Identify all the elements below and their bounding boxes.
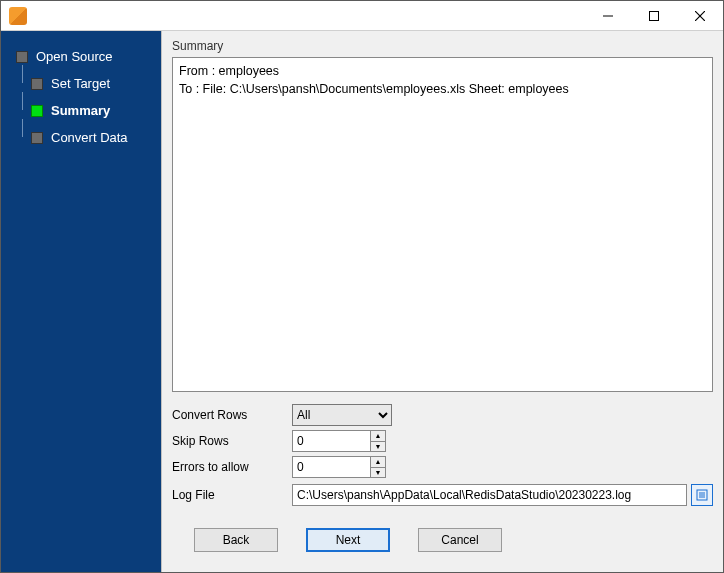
skip-rows-label: Skip Rows — [172, 434, 292, 448]
summary-line: From : employees — [179, 64, 279, 78]
browse-log-button[interactable] — [691, 484, 713, 506]
row-convert-rows: Convert Rows All — [172, 402, 713, 428]
step-label: Open Source — [36, 49, 113, 64]
step-label: Summary — [51, 103, 110, 118]
app-icon — [9, 7, 27, 25]
step-set-target[interactable]: Set Target — [1, 70, 161, 97]
summary-line: To : File: C:\Users\pansh\Documents\empl… — [179, 82, 569, 96]
row-log-file: Log File — [172, 480, 713, 510]
cancel-button[interactable]: Cancel — [418, 528, 502, 552]
close-button[interactable] — [677, 1, 723, 31]
row-errors-to-allow: Errors to allow ▲ ▼ — [172, 454, 713, 480]
back-button[interactable]: Back — [194, 528, 278, 552]
step-label: Set Target — [51, 76, 110, 91]
step-box-icon — [16, 51, 28, 63]
section-title: Summary — [162, 31, 723, 57]
errors-to-allow-input[interactable] — [292, 456, 370, 478]
step-open-source[interactable]: Open Source — [1, 43, 161, 70]
step-box-icon — [31, 132, 43, 144]
spin-up-icon[interactable]: ▲ — [371, 431, 385, 442]
summary-textbox[interactable]: From : employees To : File: C:\Users\pan… — [172, 57, 713, 392]
log-file-label: Log File — [172, 488, 292, 502]
step-label: Convert Data — [51, 130, 128, 145]
step-convert-data[interactable]: Convert Data — [1, 124, 161, 151]
cancel-button-label: Cancel — [441, 533, 478, 547]
step-box-icon — [31, 78, 43, 90]
spin-down-icon[interactable]: ▼ — [371, 468, 385, 478]
step-summary[interactable]: Summary — [1, 97, 161, 124]
skip-rows-input[interactable] — [292, 430, 370, 452]
maximize-button[interactable] — [631, 1, 677, 31]
row-skip-rows: Skip Rows ▲ ▼ — [172, 428, 713, 454]
back-button-label: Back — [223, 533, 250, 547]
wizard-buttons: Back Next Cancel — [162, 510, 723, 566]
errors-to-allow-label: Errors to allow — [172, 460, 292, 474]
svg-rect-1 — [650, 11, 659, 20]
titlebar — [1, 1, 723, 31]
browse-icon — [696, 489, 708, 501]
spin-up-icon[interactable]: ▲ — [371, 457, 385, 468]
wizard-steps: Open Source Set Target Summary Convert D… — [1, 31, 161, 572]
log-file-input[interactable] — [292, 484, 687, 506]
convert-rows-select[interactable]: All — [292, 404, 392, 426]
content-panel: Summary From : employees To : File: C:\U… — [161, 31, 723, 572]
next-button[interactable]: Next — [306, 528, 390, 552]
minimize-button[interactable] — [585, 1, 631, 31]
step-box-icon — [31, 105, 43, 117]
convert-rows-label: Convert Rows — [172, 408, 292, 422]
options-area: Convert Rows All Skip Rows ▲ ▼ Errors to… — [172, 402, 713, 510]
spin-down-icon[interactable]: ▼ — [371, 442, 385, 452]
next-button-label: Next — [336, 533, 361, 547]
